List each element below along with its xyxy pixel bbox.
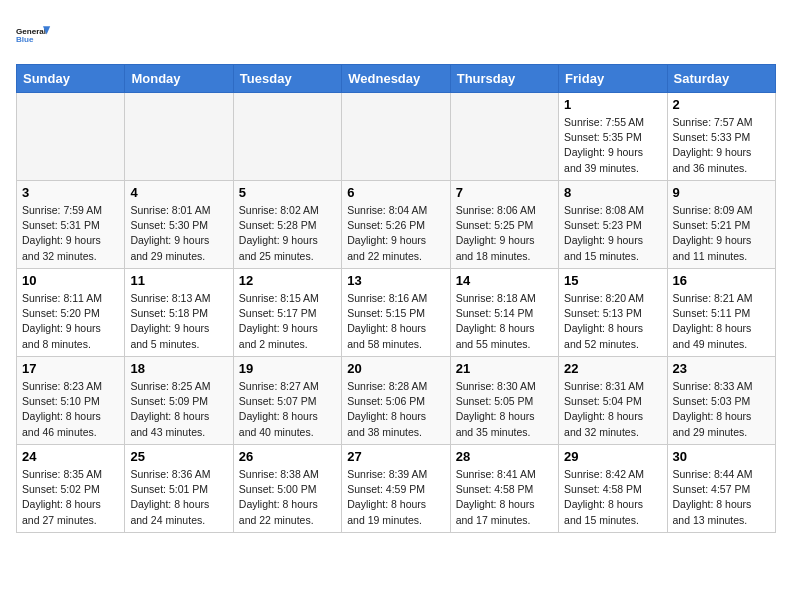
day-number: 21: [456, 361, 553, 376]
day-header-thursday: Thursday: [450, 65, 558, 93]
calendar-cell: 26Sunrise: 8:38 AM Sunset: 5:00 PM Dayli…: [233, 445, 341, 533]
day-info: Sunrise: 8:30 AM Sunset: 5:05 PM Dayligh…: [456, 379, 553, 440]
day-number: 8: [564, 185, 661, 200]
calendar-cell: 15Sunrise: 8:20 AM Sunset: 5:13 PM Dayli…: [559, 269, 667, 357]
day-header-saturday: Saturday: [667, 65, 775, 93]
calendar-week-row: 17Sunrise: 8:23 AM Sunset: 5:10 PM Dayli…: [17, 357, 776, 445]
day-number: 4: [130, 185, 227, 200]
calendar-cell: 16Sunrise: 8:21 AM Sunset: 5:11 PM Dayli…: [667, 269, 775, 357]
calendar-cell: 23Sunrise: 8:33 AM Sunset: 5:03 PM Dayli…: [667, 357, 775, 445]
day-info: Sunrise: 8:09 AM Sunset: 5:21 PM Dayligh…: [673, 203, 770, 264]
day-info: Sunrise: 8:38 AM Sunset: 5:00 PM Dayligh…: [239, 467, 336, 528]
calendar-cell: 1Sunrise: 7:55 AM Sunset: 5:35 PM Daylig…: [559, 93, 667, 181]
day-header-friday: Friday: [559, 65, 667, 93]
day-number: 2: [673, 97, 770, 112]
day-number: 14: [456, 273, 553, 288]
day-number: 16: [673, 273, 770, 288]
calendar-week-row: 24Sunrise: 8:35 AM Sunset: 5:02 PM Dayli…: [17, 445, 776, 533]
day-header-wednesday: Wednesday: [342, 65, 450, 93]
day-number: 9: [673, 185, 770, 200]
calendar-cell: 9Sunrise: 8:09 AM Sunset: 5:21 PM Daylig…: [667, 181, 775, 269]
day-info: Sunrise: 8:33 AM Sunset: 5:03 PM Dayligh…: [673, 379, 770, 440]
day-number: 17: [22, 361, 119, 376]
calendar-table: SundayMondayTuesdayWednesdayThursdayFrid…: [16, 64, 776, 533]
day-number: 13: [347, 273, 444, 288]
calendar-cell: 7Sunrise: 8:06 AM Sunset: 5:25 PM Daylig…: [450, 181, 558, 269]
day-number: 27: [347, 449, 444, 464]
day-info: Sunrise: 8:23 AM Sunset: 5:10 PM Dayligh…: [22, 379, 119, 440]
day-info: Sunrise: 8:39 AM Sunset: 4:59 PM Dayligh…: [347, 467, 444, 528]
day-info: Sunrise: 8:08 AM Sunset: 5:23 PM Dayligh…: [564, 203, 661, 264]
day-info: Sunrise: 8:35 AM Sunset: 5:02 PM Dayligh…: [22, 467, 119, 528]
day-number: 18: [130, 361, 227, 376]
day-info: Sunrise: 8:01 AM Sunset: 5:30 PM Dayligh…: [130, 203, 227, 264]
day-number: 20: [347, 361, 444, 376]
day-number: 15: [564, 273, 661, 288]
calendar-cell: 17Sunrise: 8:23 AM Sunset: 5:10 PM Dayli…: [17, 357, 125, 445]
day-number: 28: [456, 449, 553, 464]
day-info: Sunrise: 8:02 AM Sunset: 5:28 PM Dayligh…: [239, 203, 336, 264]
calendar-header-row: SundayMondayTuesdayWednesdayThursdayFrid…: [17, 65, 776, 93]
calendar-cell: 20Sunrise: 8:28 AM Sunset: 5:06 PM Dayli…: [342, 357, 450, 445]
day-info: Sunrise: 8:27 AM Sunset: 5:07 PM Dayligh…: [239, 379, 336, 440]
logo-icon: GeneralBlue: [16, 16, 52, 52]
day-info: Sunrise: 8:20 AM Sunset: 5:13 PM Dayligh…: [564, 291, 661, 352]
calendar-cell: [233, 93, 341, 181]
calendar-cell: 4Sunrise: 8:01 AM Sunset: 5:30 PM Daylig…: [125, 181, 233, 269]
svg-text:Blue: Blue: [16, 35, 34, 44]
calendar-week-row: 1Sunrise: 7:55 AM Sunset: 5:35 PM Daylig…: [17, 93, 776, 181]
calendar-cell: 12Sunrise: 8:15 AM Sunset: 5:17 PM Dayli…: [233, 269, 341, 357]
day-number: 1: [564, 97, 661, 112]
day-header-sunday: Sunday: [17, 65, 125, 93]
day-number: 30: [673, 449, 770, 464]
day-info: Sunrise: 8:41 AM Sunset: 4:58 PM Dayligh…: [456, 467, 553, 528]
day-info: Sunrise: 8:15 AM Sunset: 5:17 PM Dayligh…: [239, 291, 336, 352]
calendar-cell: [450, 93, 558, 181]
day-header-monday: Monday: [125, 65, 233, 93]
calendar-cell: 22Sunrise: 8:31 AM Sunset: 5:04 PM Dayli…: [559, 357, 667, 445]
calendar-cell: 19Sunrise: 8:27 AM Sunset: 5:07 PM Dayli…: [233, 357, 341, 445]
calendar-cell: 28Sunrise: 8:41 AM Sunset: 4:58 PM Dayli…: [450, 445, 558, 533]
calendar-cell: 11Sunrise: 8:13 AM Sunset: 5:18 PM Dayli…: [125, 269, 233, 357]
calendar-cell: 14Sunrise: 8:18 AM Sunset: 5:14 PM Dayli…: [450, 269, 558, 357]
day-number: 6: [347, 185, 444, 200]
day-info: Sunrise: 8:28 AM Sunset: 5:06 PM Dayligh…: [347, 379, 444, 440]
day-number: 29: [564, 449, 661, 464]
calendar-cell: 3Sunrise: 7:59 AM Sunset: 5:31 PM Daylig…: [17, 181, 125, 269]
day-info: Sunrise: 7:57 AM Sunset: 5:33 PM Dayligh…: [673, 115, 770, 176]
day-number: 24: [22, 449, 119, 464]
calendar-cell: 13Sunrise: 8:16 AM Sunset: 5:15 PM Dayli…: [342, 269, 450, 357]
calendar-cell: 5Sunrise: 8:02 AM Sunset: 5:28 PM Daylig…: [233, 181, 341, 269]
calendar-cell: [342, 93, 450, 181]
day-info: Sunrise: 8:36 AM Sunset: 5:01 PM Dayligh…: [130, 467, 227, 528]
day-number: 5: [239, 185, 336, 200]
calendar-cell: 29Sunrise: 8:42 AM Sunset: 4:58 PM Dayli…: [559, 445, 667, 533]
calendar-cell: 18Sunrise: 8:25 AM Sunset: 5:09 PM Dayli…: [125, 357, 233, 445]
calendar-week-row: 3Sunrise: 7:59 AM Sunset: 5:31 PM Daylig…: [17, 181, 776, 269]
day-number: 11: [130, 273, 227, 288]
calendar-cell: [125, 93, 233, 181]
day-info: Sunrise: 8:18 AM Sunset: 5:14 PM Dayligh…: [456, 291, 553, 352]
day-number: 23: [673, 361, 770, 376]
logo: GeneralBlue: [16, 16, 52, 52]
day-info: Sunrise: 8:25 AM Sunset: 5:09 PM Dayligh…: [130, 379, 227, 440]
day-info: Sunrise: 8:16 AM Sunset: 5:15 PM Dayligh…: [347, 291, 444, 352]
day-info: Sunrise: 7:59 AM Sunset: 5:31 PM Dayligh…: [22, 203, 119, 264]
calendar-cell: 8Sunrise: 8:08 AM Sunset: 5:23 PM Daylig…: [559, 181, 667, 269]
day-info: Sunrise: 8:04 AM Sunset: 5:26 PM Dayligh…: [347, 203, 444, 264]
calendar-cell: 2Sunrise: 7:57 AM Sunset: 5:33 PM Daylig…: [667, 93, 775, 181]
calendar-cell: 10Sunrise: 8:11 AM Sunset: 5:20 PM Dayli…: [17, 269, 125, 357]
calendar-cell: 30Sunrise: 8:44 AM Sunset: 4:57 PM Dayli…: [667, 445, 775, 533]
day-info: Sunrise: 7:55 AM Sunset: 5:35 PM Dayligh…: [564, 115, 661, 176]
day-info: Sunrise: 8:31 AM Sunset: 5:04 PM Dayligh…: [564, 379, 661, 440]
day-header-tuesday: Tuesday: [233, 65, 341, 93]
calendar-cell: 25Sunrise: 8:36 AM Sunset: 5:01 PM Dayli…: [125, 445, 233, 533]
day-number: 12: [239, 273, 336, 288]
day-number: 7: [456, 185, 553, 200]
day-number: 10: [22, 273, 119, 288]
day-info: Sunrise: 8:11 AM Sunset: 5:20 PM Dayligh…: [22, 291, 119, 352]
day-info: Sunrise: 8:44 AM Sunset: 4:57 PM Dayligh…: [673, 467, 770, 528]
day-number: 26: [239, 449, 336, 464]
calendar-cell: 24Sunrise: 8:35 AM Sunset: 5:02 PM Dayli…: [17, 445, 125, 533]
day-number: 3: [22, 185, 119, 200]
